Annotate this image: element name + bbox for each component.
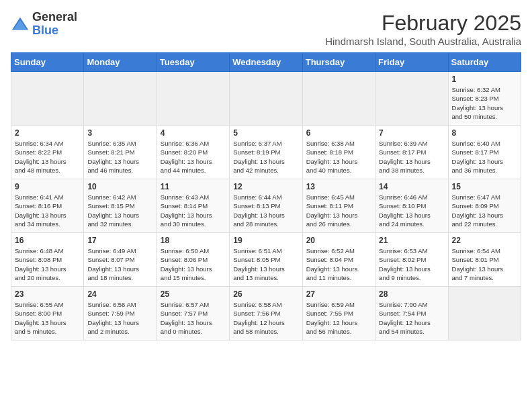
calendar-cell: 23Sunrise: 6:55 AM Sunset: 8:00 PM Dayli… [11,287,84,340]
day-number: 16 [15,236,80,245]
weekday-header-tuesday: Tuesday [157,53,229,72]
calendar-table: SundayMondayTuesdayWednesdayThursdayFrid… [11,52,521,340]
calendar-cell: 28Sunrise: 7:00 AM Sunset: 7:54 PM Dayli… [375,287,448,340]
day-number: 6 [306,128,371,138]
calendar-cell: 25Sunrise: 6:57 AM Sunset: 7:57 PM Dayli… [157,287,229,340]
day-info: Sunrise: 6:51 AM Sunset: 8:05 PM Dayligh… [233,246,298,282]
day-info: Sunrise: 6:59 AM Sunset: 7:55 PM Dayligh… [306,300,371,336]
weekday-header-wednesday: Wednesday [230,53,302,72]
day-number: 23 [15,289,80,299]
day-number: 2 [15,128,80,138]
calendar-cell: 27Sunrise: 6:59 AM Sunset: 7:55 PM Dayli… [302,287,375,340]
day-info: Sunrise: 6:41 AM Sunset: 8:16 PM Dayligh… [15,193,80,228]
weekday-header-friday: Friday [375,53,448,72]
day-info: Sunrise: 6:54 AM Sunset: 8:01 PM Dayligh… [452,246,517,282]
calendar-cell: 7Sunrise: 6:39 AM Sunset: 8:17 PM Daylig… [375,126,448,179]
day-info: Sunrise: 6:43 AM Sunset: 8:14 PM Dayligh… [161,193,226,228]
day-info: Sunrise: 6:38 AM Sunset: 8:18 PM Dayligh… [306,139,371,175]
calendar-cell: 12Sunrise: 6:44 AM Sunset: 8:13 PM Dayli… [230,179,302,233]
calendar-cell [157,72,229,126]
calendar-cell [11,72,84,126]
day-number: 8 [452,128,517,138]
calendar-cell: 14Sunrise: 6:46 AM Sunset: 8:10 PM Dayli… [375,179,448,233]
calendar-cell: 10Sunrise: 6:42 AM Sunset: 8:15 PM Dayli… [84,179,157,233]
day-info: Sunrise: 6:53 AM Sunset: 8:02 PM Dayligh… [379,246,444,282]
day-number: 11 [161,182,226,191]
day-info: Sunrise: 6:49 AM Sunset: 8:07 PM Dayligh… [87,246,152,282]
day-number: 26 [233,289,298,299]
day-info: Sunrise: 6:52 AM Sunset: 8:04 PM Dayligh… [306,246,371,282]
day-info: Sunrise: 6:36 AM Sunset: 8:20 PM Dayligh… [161,139,226,175]
logo: General Blue [11,11,77,38]
calendar-cell: 8Sunrise: 6:40 AM Sunset: 8:17 PM Daylig… [448,126,521,179]
calendar-cell [84,72,157,126]
day-info: Sunrise: 6:40 AM Sunset: 8:17 PM Dayligh… [452,139,517,175]
day-number: 5 [233,128,298,138]
calendar-week-row: 9Sunrise: 6:41 AM Sunset: 8:16 PM Daylig… [11,179,521,233]
calendar-cell: 6Sunrise: 6:38 AM Sunset: 8:18 PM Daylig… [302,126,375,179]
calendar-cell [302,72,375,126]
calendar-cell [375,72,448,126]
weekday-header-monday: Monday [84,53,157,72]
calendar-week-row: 1Sunrise: 6:32 AM Sunset: 8:23 PM Daylig… [11,72,521,126]
day-number: 27 [306,289,371,299]
calendar-cell: 4Sunrise: 6:36 AM Sunset: 8:20 PM Daylig… [157,126,229,179]
calendar-cell: 19Sunrise: 6:51 AM Sunset: 8:05 PM Dayli… [230,233,302,287]
weekday-header-sunday: Sunday [11,53,84,72]
calendar-week-row: 2Sunrise: 6:34 AM Sunset: 8:22 PM Daylig… [11,126,521,179]
location-title: Hindmarsh Island, South Australia, Austr… [325,36,521,47]
day-info: Sunrise: 6:55 AM Sunset: 8:00 PM Dayligh… [15,300,80,336]
day-info: Sunrise: 6:48 AM Sunset: 8:08 PM Dayligh… [15,246,80,282]
day-info: Sunrise: 6:47 AM Sunset: 8:09 PM Dayligh… [452,193,517,228]
calendar-cell: 21Sunrise: 6:53 AM Sunset: 8:02 PM Dayli… [375,233,448,287]
day-number: 24 [87,289,152,299]
calendar-cell: 2Sunrise: 6:34 AM Sunset: 8:22 PM Daylig… [11,126,84,179]
day-number: 12 [233,182,298,191]
calendar-cell: 20Sunrise: 6:52 AM Sunset: 8:04 PM Dayli… [302,233,375,287]
weekday-header-thursday: Thursday [302,53,375,72]
day-number: 10 [87,182,152,191]
day-number: 19 [233,236,298,245]
weekday-header-saturday: Saturday [448,53,521,72]
calendar-cell: 1Sunrise: 6:32 AM Sunset: 8:23 PM Daylig… [448,72,521,126]
day-info: Sunrise: 6:34 AM Sunset: 8:22 PM Dayligh… [15,139,80,175]
day-number: 17 [87,236,152,245]
day-number: 7 [379,128,444,138]
day-number: 3 [87,128,152,138]
calendar-cell: 15Sunrise: 6:47 AM Sunset: 8:09 PM Dayli… [448,179,521,233]
day-number: 13 [306,182,371,191]
calendar-cell: 18Sunrise: 6:50 AM Sunset: 8:06 PM Dayli… [157,233,229,287]
day-info: Sunrise: 6:42 AM Sunset: 8:15 PM Dayligh… [87,193,152,228]
calendar-cell: 9Sunrise: 6:41 AM Sunset: 8:16 PM Daylig… [11,179,84,233]
day-info: Sunrise: 7:00 AM Sunset: 7:54 PM Dayligh… [379,300,444,336]
day-info: Sunrise: 6:50 AM Sunset: 8:06 PM Dayligh… [161,246,226,282]
day-number: 20 [306,236,371,245]
day-info: Sunrise: 6:45 AM Sunset: 8:11 PM Dayligh… [306,193,371,228]
day-number: 15 [452,182,517,191]
calendar-cell [230,72,302,126]
calendar-cell: 13Sunrise: 6:45 AM Sunset: 8:11 PM Dayli… [302,179,375,233]
calendar-cell [448,287,521,340]
calendar-cell: 24Sunrise: 6:56 AM Sunset: 7:59 PM Dayli… [84,287,157,340]
day-number: 25 [161,289,226,299]
day-info: Sunrise: 6:56 AM Sunset: 7:59 PM Dayligh… [87,300,152,336]
day-info: Sunrise: 6:35 AM Sunset: 8:21 PM Dayligh… [87,139,152,175]
day-info: Sunrise: 6:37 AM Sunset: 8:19 PM Dayligh… [233,139,298,175]
calendar-week-row: 23Sunrise: 6:55 AM Sunset: 8:00 PM Dayli… [11,287,521,340]
calendar-cell: 26Sunrise: 6:58 AM Sunset: 7:56 PM Dayli… [230,287,302,340]
day-number: 4 [161,128,226,138]
calendar-cell: 17Sunrise: 6:49 AM Sunset: 8:07 PM Dayli… [84,233,157,287]
day-number: 21 [379,236,444,245]
day-info: Sunrise: 6:32 AM Sunset: 8:23 PM Dayligh… [452,85,517,121]
weekday-header-row: SundayMondayTuesdayWednesdayThursdayFrid… [11,53,521,72]
calendar-cell: 5Sunrise: 6:37 AM Sunset: 8:19 PM Daylig… [230,126,302,179]
logo-blue-text: Blue [32,24,77,38]
day-info: Sunrise: 6:39 AM Sunset: 8:17 PM Dayligh… [379,139,444,175]
day-number: 14 [379,182,444,191]
day-info: Sunrise: 6:44 AM Sunset: 8:13 PM Dayligh… [233,193,298,228]
calendar-cell: 16Sunrise: 6:48 AM Sunset: 8:08 PM Dayli… [11,233,84,287]
calendar-cell: 22Sunrise: 6:54 AM Sunset: 8:01 PM Dayli… [448,233,521,287]
day-info: Sunrise: 6:46 AM Sunset: 8:10 PM Dayligh… [379,193,444,228]
calendar-cell: 3Sunrise: 6:35 AM Sunset: 8:21 PM Daylig… [84,126,157,179]
day-number: 9 [15,182,80,191]
